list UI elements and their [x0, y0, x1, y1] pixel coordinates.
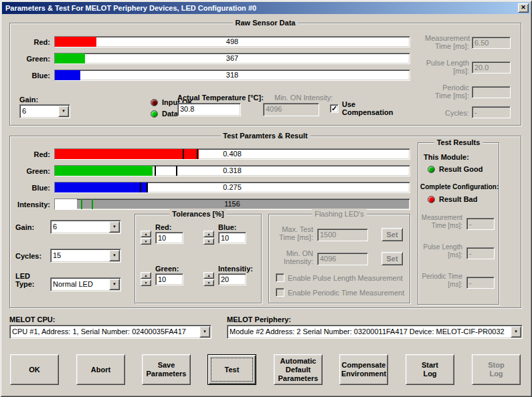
- ok-button[interactable]: OK: [10, 354, 59, 385]
- start-log-button[interactable]: Start Log: [406, 354, 454, 385]
- led-type-select[interactable]: Normal LED ▼: [50, 277, 121, 291]
- tolerance-intensity-label: Intensitiy:: [218, 265, 253, 273]
- raw-green-label: Green:: [11, 55, 50, 63]
- flashing-leds-group: Flashing LED's Max. Test Time [ms]: 1500…: [268, 214, 410, 303]
- chevron-down-icon[interactable]: ▼: [109, 279, 120, 290]
- dialog-window: Parameters & Test For MELOT Periphery De…: [0, 0, 532, 397]
- test-red-value: 0.408: [55, 149, 410, 159]
- test-green-bar: 0.318: [54, 165, 410, 176]
- close-icon[interactable]: ✕: [518, 3, 529, 13]
- result-measurement-time-field: -: [466, 218, 495, 230]
- test-cycles-select[interactable]: 15 ▼: [50, 249, 121, 263]
- melot-cpu-label: MELOT CPU:: [9, 315, 55, 323]
- test-blue-label: Blue:: [11, 184, 50, 192]
- test-cycles-label: Cycles:: [15, 252, 41, 260]
- melot-cpu-select[interactable]: CPU #1, Address: 1, Serial Number: 02400…: [9, 325, 211, 339]
- chevron-down-icon[interactable]: ▼: [109, 221, 120, 233]
- spin-up-icon[interactable]: ▲: [141, 231, 151, 237]
- test-gain-select[interactable]: 6 ▼: [50, 220, 121, 234]
- data-valid-led-icon: [151, 110, 158, 118]
- tolerance-red-field[interactable]: 10: [155, 232, 183, 244]
- use-compensation-checkbox[interactable]: ✓: [330, 104, 339, 113]
- test-blue-bar: 0.275: [54, 182, 410, 193]
- raw-measurement-time-field: 6.50: [472, 37, 511, 49]
- test-intensity-bar: 1156: [54, 198, 410, 210]
- test-green-value: 0.318: [55, 166, 410, 176]
- spin-down-icon[interactable]: ▼: [141, 279, 151, 286]
- raw-group-title: Raw Sensor Data: [233, 18, 298, 27]
- compensate-environment-button[interactable]: Compensate Environment: [339, 354, 388, 385]
- tolerance-blue-spinner[interactable]: ▲ ▼: [203, 231, 214, 245]
- max-test-time-field: 1500: [317, 229, 368, 241]
- chevron-down-icon[interactable]: ▼: [58, 106, 69, 117]
- input-ok-led-icon: [151, 99, 158, 106]
- chevron-down-icon[interactable]: ▼: [199, 326, 210, 338]
- spin-up-icon[interactable]: ▲: [203, 272, 214, 279]
- test-gain-value: 6: [53, 222, 108, 232]
- raw-red-bar: 498: [54, 36, 410, 47]
- raw-periodic-time-label: Periodic Time [ms]:: [425, 84, 469, 100]
- test-group-title: Test Paramters & Result: [220, 131, 310, 140]
- flashing-min-on-label: Min. ON Intensity:: [272, 249, 313, 265]
- spin-up-icon[interactable]: ▲: [203, 231, 214, 237]
- tolerance-blue-field[interactable]: 10: [218, 232, 246, 244]
- max-test-time-label: Max. Test Time [ms]:: [272, 225, 313, 241]
- raw-pulse-length-field: 20.0: [472, 61, 511, 74]
- result-good-led-icon: [428, 166, 435, 173]
- raw-green-bar: 367: [54, 53, 410, 64]
- set-max-test-time-button: Set: [381, 228, 403, 241]
- test-red-bar: 0.408: [54, 148, 410, 160]
- raw-gain-select[interactable]: 6 ▼: [19, 104, 70, 118]
- result-pulse-length-field: -: [466, 247, 495, 259]
- tolerance-blue-label: Blue:: [218, 223, 237, 231]
- tolerance-intensity-spinner[interactable]: ▲ ▼: [203, 272, 214, 286]
- flashing-min-on-field: 4096: [317, 253, 368, 265]
- raw-blue-label: Blue:: [11, 72, 50, 80]
- tolerance-green-spinner[interactable]: ▲ ▼: [141, 272, 151, 286]
- test-button[interactable]: Test: [207, 354, 256, 385]
- raw-periodic-time-field: [472, 86, 511, 98]
- raw-cycles-field: -: [472, 106, 511, 118]
- temperature-field[interactable]: 30.8: [177, 103, 241, 116]
- result-bad-label: Result Bad: [439, 195, 477, 203]
- test-results-title: Test Results: [434, 138, 483, 147]
- chevron-down-icon[interactable]: ▼: [511, 326, 521, 338]
- result-periodic-time-field: -: [466, 277, 495, 289]
- test-blue-value: 0.275: [55, 182, 410, 192]
- melot-periphery-label: MELOT Periphery:: [227, 315, 291, 323]
- raw-gain-label: Gain:: [19, 96, 38, 104]
- spin-down-icon[interactable]: ▼: [141, 238, 151, 245]
- melot-periphery-select[interactable]: Module #2 Address: 2 Serial Number: 0320…: [227, 325, 523, 339]
- tolerance-red-label: Red:: [155, 223, 171, 231]
- tolerance-green-label: Green:: [155, 265, 179, 273]
- led-type-label: LED Type:: [15, 272, 45, 288]
- led-type-value: Normal LED: [53, 279, 108, 289]
- result-good-label: Result Good: [439, 165, 482, 173]
- check-icon: ✓: [331, 104, 337, 112]
- spin-down-icon[interactable]: ▼: [203, 238, 214, 245]
- title-bar: Parameters & Test For MELOT Periphery De…: [2, 2, 530, 14]
- raw-blue-value: 318: [55, 70, 410, 80]
- test-red-label: Red:: [11, 150, 50, 158]
- raw-measurement-time-label: Measurement Time [ms]:: [425, 34, 469, 50]
- raw-red-label: Red:: [11, 38, 50, 46]
- raw-red-value: 498: [55, 37, 410, 47]
- tolerance-red-spinner[interactable]: ▲ ▼: [141, 231, 151, 245]
- raw-sensor-data-group: Raw Sensor Data Red: 498 Green: 367 Blue…: [9, 23, 521, 126]
- automatic-default-parameters-button[interactable]: Automatic Default Parameters: [274, 354, 323, 385]
- abort-button[interactable]: Abort: [76, 354, 125, 385]
- raw-blue-bar: 318: [54, 70, 410, 81]
- enable-periodic-time-label: Enable Periodic Time Measurement: [288, 289, 404, 297]
- melot-cpu-value: CPU #1, Address: 1, Serial Number: 02400…: [12, 327, 199, 337]
- min-on-intensity-label: Min. ON Intensity:: [274, 94, 333, 102]
- spin-up-icon[interactable]: ▲: [141, 272, 151, 279]
- save-parameters-button[interactable]: Save Parameters: [142, 354, 191, 385]
- chevron-down-icon[interactable]: ▼: [109, 250, 120, 261]
- tolerance-green-field[interactable]: 10: [155, 273, 183, 285]
- temperature-label: Actual Temperature [°C]:: [177, 94, 264, 102]
- spin-down-icon[interactable]: ▼: [203, 279, 214, 286]
- stop-log-button: Stop Log: [472, 354, 521, 385]
- this-module-label: This Module:: [424, 153, 469, 161]
- raw-pulse-length-label: Pulse Length [ms]:: [425, 59, 469, 75]
- tolerance-intensity-field[interactable]: 20: [218, 273, 246, 285]
